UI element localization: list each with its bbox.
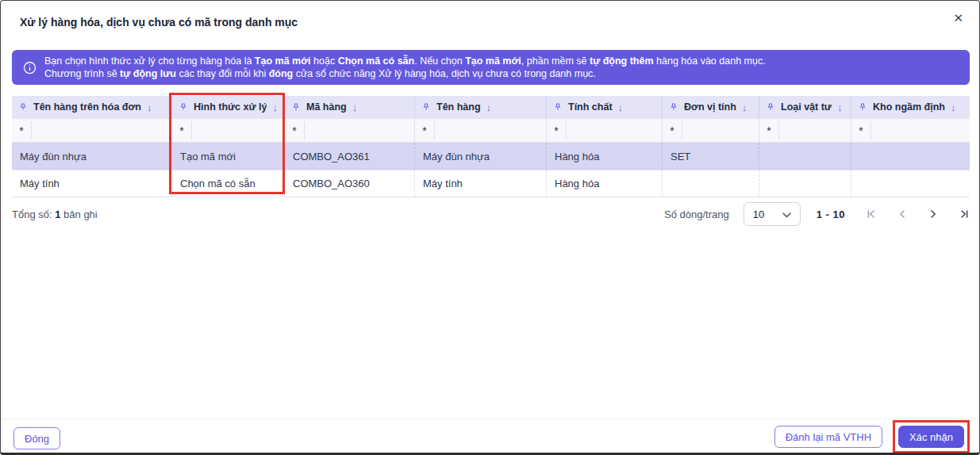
- filter-input[interactable]: [566, 122, 662, 139]
- table-row[interactable]: Máy đùn nhựa Tạo mã mới COMBO_AO361 Máy …: [12, 142, 970, 170]
- filter-cell[interactable]: *: [547, 119, 663, 142]
- modal-xu-ly-hang-hoa: Xử lý hàng hóa, dịch vụ chưa có mã trong…: [0, 0, 980, 455]
- confirm-button[interactable]: Xác nhận: [898, 426, 964, 448]
- sort-desc-icon[interactable]: ↓: [837, 101, 843, 113]
- cell-hinh-thuc-xu-ly[interactable]: Tạo mã mới: [172, 143, 285, 170]
- pin-icon[interactable]: [858, 102, 867, 112]
- filter-cell[interactable]: *: [759, 119, 851, 142]
- prev-page-icon[interactable]: [897, 208, 908, 220]
- cell-hinh-thuc-xu-ly[interactable]: Chọn mã có sẵn: [172, 170, 285, 197]
- footer-divider: [1, 419, 979, 419]
- filter-input[interactable]: [191, 122, 284, 139]
- page-nav: [866, 208, 970, 220]
- info-icon: [23, 61, 37, 75]
- cell-kho-ngam-dinh[interactable]: [851, 170, 970, 197]
- filter-input[interactable]: [682, 122, 759, 139]
- last-page-icon[interactable]: [959, 208, 970, 220]
- cell-tinh-chat[interactable]: Hàng hóa: [547, 170, 663, 197]
- pin-icon[interactable]: [421, 102, 431, 112]
- rows-per-page-label: Số dòng/trang: [664, 208, 729, 220]
- filter-cell[interactable]: *: [285, 119, 415, 142]
- chevron-down-icon: [782, 208, 791, 220]
- sort-desc-icon[interactable]: ↓: [951, 101, 956, 113]
- pin-icon[interactable]: [18, 102, 28, 112]
- cell-don-vi-tinh[interactable]: [663, 170, 759, 197]
- column-header-loai-vat-tu[interactable]: Loại vật tư ↓: [759, 96, 851, 118]
- column-header-tinh-chat[interactable]: Tính chất ↓: [547, 96, 663, 118]
- grid-filter-row: * * * * * * * *: [12, 118, 970, 142]
- filter-cell[interactable]: *: [663, 119, 759, 142]
- cell-ten-hang-tren-hoa-don[interactable]: Máy đùn nhựa: [12, 143, 172, 170]
- grid-header-row: Tên hàng trên hóa đơn ↓ Hình thức xử lý …: [12, 96, 970, 118]
- cell-ten-hang[interactable]: Máy tính: [415, 170, 547, 197]
- cell-don-vi-tinh[interactable]: SET: [663, 143, 759, 170]
- filter-input[interactable]: [31, 122, 171, 139]
- close-button[interactable]: Đóng: [13, 427, 60, 449]
- sort-desc-icon[interactable]: ↓: [618, 101, 624, 113]
- column-header-hinh-thuc-xu-ly[interactable]: Hình thức xử lý ↓: [172, 96, 285, 118]
- column-header-ten-hang-tren-hoa-don[interactable]: Tên hàng trên hóa đơn ↓: [12, 96, 172, 118]
- reassign-code-button[interactable]: Đánh lại mã VTHH: [774, 426, 882, 448]
- annotation-box-xac-nhan: Xác nhận: [893, 420, 970, 453]
- banner-text: Bạn chọn hình thức xử lý cho từng hàng h…: [44, 55, 766, 80]
- sort-desc-icon[interactable]: ↓: [486, 101, 492, 113]
- cell-tinh-chat[interactable]: Hàng hóa: [547, 143, 663, 170]
- footer-actions: Đánh lại mã VTHH Xác nhận: [774, 420, 970, 453]
- pagination-bar: Tổng số: 1 bản ghi Số dòng/trang 10 1 - …: [12, 201, 970, 228]
- cell-ma-hang[interactable]: COMBO_AO361: [285, 143, 415, 170]
- filter-cell[interactable]: *: [415, 119, 547, 142]
- pin-icon[interactable]: [669, 102, 678, 112]
- pin-icon[interactable]: [291, 102, 301, 112]
- page-title: Xử lý hàng hóa, dịch vụ chưa có mã trong…: [20, 16, 298, 29]
- rows-per-page-select[interactable]: 10: [744, 202, 801, 226]
- cell-ten-hang-tren-hoa-don[interactable]: Máy tính: [12, 170, 172, 197]
- page-range: 1 - 10: [817, 208, 845, 220]
- pin-icon[interactable]: [553, 102, 563, 112]
- column-header-kho-ngam-dinh[interactable]: Kho ngầm định ↓: [851, 96, 970, 118]
- info-banner: Bạn chọn hình thức xử lý cho từng hàng h…: [12, 50, 970, 85]
- column-header-don-vi-tinh[interactable]: Đơn vị tính ↓: [663, 96, 759, 118]
- cell-loai-vat-tu[interactable]: [759, 170, 851, 197]
- data-grid: Tên hàng trên hóa đơn ↓ Hình thức xử lý …: [12, 96, 970, 197]
- cell-ten-hang[interactable]: Máy đùn nhựa: [415, 143, 547, 170]
- filter-cell[interactable]: *: [851, 119, 970, 142]
- pin-icon[interactable]: [179, 102, 188, 112]
- total-records: Tổng số: 1 bản ghi: [12, 208, 98, 220]
- column-header-ten-hang[interactable]: Tên hàng ↓: [415, 96, 547, 118]
- sort-desc-icon[interactable]: ↓: [742, 101, 747, 113]
- filter-input[interactable]: [304, 122, 414, 139]
- filter-input[interactable]: [434, 122, 546, 139]
- sort-desc-icon[interactable]: ↓: [352, 101, 358, 113]
- close-icon[interactable]: ✕: [953, 12, 963, 24]
- filter-input[interactable]: [870, 122, 970, 139]
- next-page-icon[interactable]: [928, 208, 939, 220]
- sort-desc-icon[interactable]: ↓: [272, 101, 278, 113]
- filter-cell[interactable]: *: [172, 119, 285, 142]
- filter-cell[interactable]: *: [12, 119, 172, 142]
- column-header-ma-hang[interactable]: Mã hàng ↓: [285, 96, 415, 118]
- pin-icon[interactable]: [766, 102, 775, 112]
- cell-kho-ngam-dinh[interactable]: [851, 143, 970, 170]
- cell-loai-vat-tu[interactable]: [759, 143, 851, 170]
- cell-ma-hang[interactable]: COMBO_AO360: [285, 170, 415, 197]
- sort-desc-icon[interactable]: ↓: [147, 101, 152, 113]
- filter-input[interactable]: [778, 122, 851, 139]
- table-row[interactable]: Máy tính Chọn mã có sẵn COMBO_AO360 Máy …: [12, 170, 970, 197]
- first-page-icon[interactable]: [866, 208, 877, 220]
